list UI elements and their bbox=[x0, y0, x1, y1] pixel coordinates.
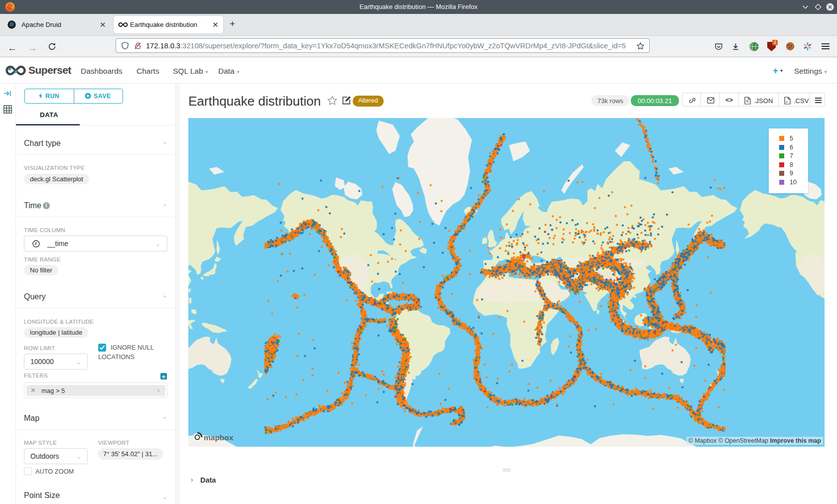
svg-text:x: x bbox=[786, 100, 788, 104]
svg-text:mapbox: mapbox bbox=[204, 433, 234, 442]
